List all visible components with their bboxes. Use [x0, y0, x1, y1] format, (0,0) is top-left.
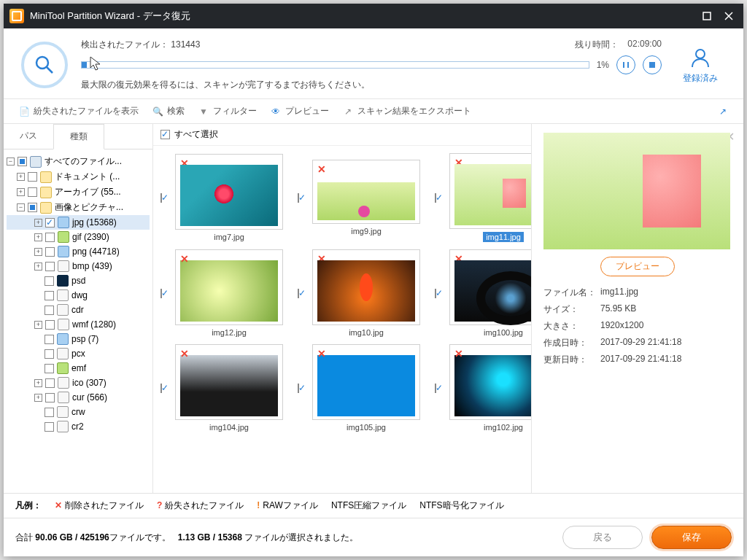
search-button[interactable]: 🔍検索: [152, 105, 185, 117]
window-title: MiniTool Partition Wizard - データ復元: [30, 9, 190, 23]
thumbnail-item[interactable]: ✕img10.jpg: [312, 249, 420, 337]
tree-item[interactable]: pcx: [71, 349, 85, 359]
tree-item[interactable]: psp (7): [71, 334, 98, 344]
show-lost-files-button[interactable]: 📄紛失されたファイルを表示: [18, 105, 139, 117]
checkbox[interactable]: [45, 393, 55, 402]
open-preview-button[interactable]: プレビュー: [600, 257, 675, 276]
tree-item[interactable]: cur (566): [72, 392, 107, 402]
meta-value: 2017-09-29 21:41:18: [600, 354, 732, 366]
row-checkbox[interactable]: [160, 384, 162, 393]
checkbox[interactable]: [45, 218, 55, 228]
tree-item[interactable]: cr2: [71, 421, 84, 432]
remaining-time-value: 02:09:00: [627, 39, 662, 51]
row-checkbox[interactable]: [298, 384, 299, 393]
pause-button[interactable]: [616, 55, 635, 74]
checkbox[interactable]: [44, 276, 54, 286]
registered-badge[interactable]: 登録済み: [675, 45, 726, 85]
dwg-icon: [57, 289, 69, 301]
checkbox[interactable]: [28, 203, 37, 212]
titlebar: MiniTool Partition Wizard - データ復元: [4, 4, 743, 28]
row-checkbox[interactable]: [160, 289, 162, 298]
tree-item[interactable]: emf: [71, 363, 86, 373]
checkbox[interactable]: [44, 364, 54, 373]
thumbnail-item[interactable]: ✕img12.jpg: [175, 249, 283, 337]
expand-toggle[interactable]: −: [7, 158, 15, 166]
folder-icon: [40, 202, 52, 214]
stop-button[interactable]: [643, 55, 662, 74]
svg-rect-2: [649, 62, 655, 68]
select-all-label: すべて選択: [174, 128, 218, 141]
thumbnail-item[interactable]: ✕img9.jpg: [312, 160, 420, 236]
tree-item[interactable]: png (44718): [72, 246, 120, 257]
tree-item[interactable]: dwg: [71, 290, 88, 300]
close-button[interactable]: [720, 7, 738, 25]
expand-toggle[interactable]: +: [34, 321, 42, 329]
checkbox[interactable]: [44, 335, 54, 344]
maximize-button[interactable]: [698, 7, 716, 25]
expand-toggle[interactable]: −: [17, 203, 25, 211]
checkbox[interactable]: [44, 408, 54, 417]
footer-bar: 合計 90.06 GB / 425196ファイルです。 1.13 GB / 15…: [4, 518, 743, 556]
checkbox[interactable]: [45, 247, 55, 257]
tree-item[interactable]: jpg (15368): [72, 217, 117, 228]
checkbox[interactable]: [45, 233, 55, 242]
thumbnail-item[interactable]: ✕img11.jpg: [449, 153, 531, 242]
cdr-icon: [57, 304, 69, 316]
export-button[interactable]: ↗スキャン結果をエクスポート: [342, 105, 471, 117]
gif-icon: [58, 231, 69, 243]
tree-item[interactable]: psd: [71, 276, 85, 286]
checkbox-all[interactable]: [18, 157, 27, 166]
row-checkbox[interactable]: [298, 289, 299, 298]
checkbox[interactable]: [45, 262, 55, 271]
expand-toggle[interactable]: +: [34, 248, 42, 256]
checkbox[interactable]: [45, 320, 55, 330]
filter-button[interactable]: ▼フィルター: [198, 105, 257, 117]
wmf-icon: [58, 319, 69, 330]
expand-toggle[interactable]: +: [17, 188, 25, 196]
expand-toggle[interactable]: +: [34, 379, 42, 387]
row-checkbox[interactable]: [298, 193, 299, 203]
tree-item[interactable]: wmf (1280): [72, 319, 116, 330]
thumbnail-item[interactable]: ✕img7.jpg: [175, 154, 283, 241]
exclamation-icon: !: [257, 500, 260, 510]
checkbox[interactable]: [28, 187, 37, 197]
checkbox[interactable]: [28, 172, 37, 182]
scan-magnifier-icon: [21, 42, 68, 88]
folder-icon: [40, 187, 52, 198]
preview-image: [543, 133, 730, 249]
select-all-checkbox[interactable]: [160, 130, 170, 139]
row-checkbox[interactable]: [435, 193, 436, 203]
tree-item[interactable]: bmp (439): [72, 261, 112, 271]
preview-button[interactable]: 👁プレビュー: [270, 105, 329, 117]
row-checkbox[interactable]: [435, 384, 436, 393]
tab-path[interactable]: パス: [4, 124, 53, 149]
found-files-count: 131443: [171, 39, 200, 50]
tree-item[interactable]: ico (307): [72, 378, 107, 388]
tree-item[interactable]: cdr: [71, 305, 84, 315]
expand-toggle[interactable]: +: [34, 262, 42, 271]
save-button[interactable]: 保存: [651, 526, 732, 549]
tree-item[interactable]: crw: [71, 407, 85, 417]
pcx-icon: [57, 348, 69, 359]
thumbnail-item[interactable]: ✕img105.jpg: [312, 344, 420, 432]
expand-toggle[interactable]: +: [17, 173, 25, 181]
checkbox[interactable]: [44, 291, 54, 300]
meta-value: 75.95 KB: [600, 303, 732, 316]
checkbox[interactable]: [45, 378, 55, 388]
checkbox[interactable]: [44, 422, 54, 432]
expand-toggle[interactable]: +: [34, 219, 42, 227]
thumbnail-item[interactable]: ✕img100.jpg: [449, 249, 531, 337]
row-checkbox[interactable]: [435, 289, 436, 298]
checkbox[interactable]: [44, 306, 54, 315]
back-button[interactable]: 戻る: [562, 526, 643, 549]
checkbox[interactable]: [44, 349, 54, 359]
tab-type[interactable]: 種類: [53, 124, 104, 149]
thumbnail-item[interactable]: ✕img104.jpg: [175, 344, 283, 432]
expand-toggle[interactable]: +: [34, 233, 42, 241]
expand-toggle[interactable]: +: [34, 394, 42, 402]
found-files-label: 検出されたファイル：: [81, 39, 169, 50]
tree-item[interactable]: gif (2390): [72, 232, 109, 242]
thumbnail-item[interactable]: ✕img102.jpg: [449, 344, 531, 432]
share-button[interactable]: ↗: [717, 106, 729, 117]
row-checkbox[interactable]: [160, 193, 162, 203]
